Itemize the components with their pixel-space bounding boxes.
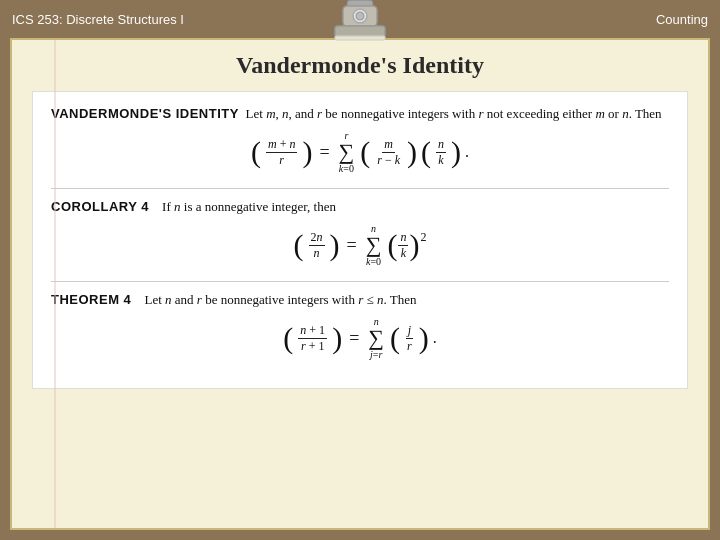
svg-point-3 [356,12,364,20]
divider-1 [51,188,669,189]
theorem4-label: THEOREM 4 [51,292,131,307]
vandermonde-block: VANDERMONDE'S IDENTITY Let m, n, and r b… [51,106,669,174]
corollary4-label: COROLLARY 4 [51,199,149,214]
main-content: Vandermonde's Identity VANDERMONDE'S IDE… [10,38,710,530]
content-area: VANDERMONDE'S IDENTITY Let m, n, and r b… [32,91,688,389]
course-title: ICS 253: Discrete Structures I [12,12,184,27]
theorem4-text: Let n and r be nonnegative integers with… [135,292,417,307]
slide-title: Vandermonde's Identity [32,52,688,79]
divider-2 [51,281,669,282]
theorem4-block: THEOREM 4 Let n and r be nonnegative int… [51,292,669,360]
vandermonde-label: VANDERMONDE'S IDENTITY [51,106,239,121]
corollary4-text: If n is a nonnegative integer, then [152,199,336,214]
svg-rect-5 [335,36,385,40]
theorem4-formula: ( n + 1 r + 1 ) = n ∑ j=r ( j r ) [51,316,669,360]
binder-clip-icon [325,0,395,48]
vandermonde-text: Let m, n, and r be nonnegative integers … [242,106,661,121]
corollary4-formula: ( 2n n ) = n ∑ k=0 ( n k [51,223,669,267]
corollary4-block: COROLLARY 4 If n is a nonnegative intege… [51,199,669,267]
vandermonde-formula: ( m + n r ) = r ∑ k=0 ( m r − k ) [51,130,669,174]
section-label: Counting [656,12,708,27]
